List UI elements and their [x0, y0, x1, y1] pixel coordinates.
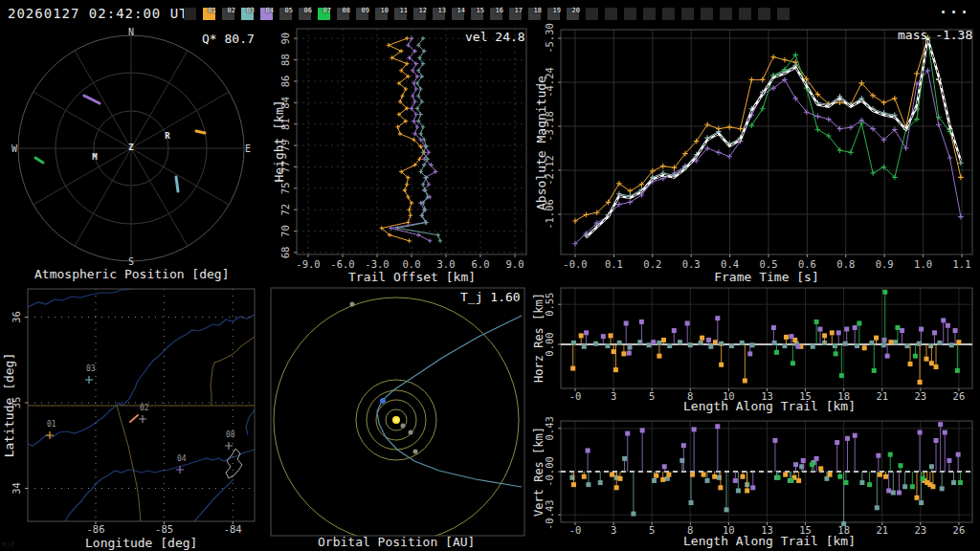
orbit-title: Orbital Position [AU] — [318, 535, 475, 549]
map-plot: 0102030408-86-85-84343536 — [11, 289, 255, 535]
svg-text:0.1: 0.1 — [605, 258, 623, 270]
svg-text:E: E — [245, 143, 251, 154]
vert-res-y-axis-title: Vert Res [km] — [532, 414, 546, 529]
svg-text:N: N — [128, 27, 134, 37]
svg-text:0.6: 0.6 — [798, 258, 816, 270]
svg-text:01: 01 — [47, 420, 56, 429]
trail-y-axis-title: Height [km] — [272, 84, 286, 199]
svg-text:-0: -0 — [569, 390, 582, 402]
svg-text:S: S — [128, 256, 134, 267]
svg-text:23: 23 — [914, 390, 926, 402]
svg-text:88: 88 — [279, 54, 291, 66]
svg-text:0.0: 0.0 — [403, 258, 421, 270]
svg-text:W: W — [11, 143, 18, 154]
svg-text:M: M — [92, 152, 98, 162]
svg-text:26: 26 — [953, 390, 966, 402]
svg-text:1.1: 1.1 — [953, 258, 971, 270]
orbit-stat-tj: T_j 1.60 — [460, 290, 521, 304]
svg-text:-6.0: -6.0 — [330, 258, 354, 270]
svg-text:34: 34 — [11, 482, 22, 495]
svg-text:-3.0: -3.0 — [365, 258, 389, 270]
polar-title: Atmospheric Position [deg] — [34, 267, 229, 281]
svg-text:3: 3 — [611, 524, 616, 536]
vert-res-plot: -0358101315182123260.43-0.00-0.43 — [544, 416, 972, 536]
svg-text:5: 5 — [649, 524, 655, 536]
svg-text:02: 02 — [140, 404, 149, 412]
svg-text:21: 21 — [876, 524, 888, 536]
svg-text:04: 04 — [177, 454, 187, 463]
svg-text:0.2: 0.2 — [643, 258, 661, 270]
polar-plot: NESWZRM — [11, 27, 251, 267]
map-station-02: 02 — [139, 404, 149, 423]
svg-text:6.0: 6.0 — [472, 258, 490, 270]
svg-text:1.0: 1.0 — [914, 258, 932, 270]
svg-text:23: 23 — [914, 524, 926, 536]
svg-text:3: 3 — [611, 390, 616, 402]
svg-text:26: 26 — [953, 524, 966, 536]
svg-text:0.4: 0.4 — [721, 258, 739, 270]
svg-text:08: 08 — [226, 430, 235, 439]
svg-text:5: 5 — [649, 390, 655, 402]
svg-text:70: 70 — [279, 225, 291, 237]
svg-text:0.8: 0.8 — [836, 258, 855, 270]
svg-text:36: 36 — [11, 311, 22, 323]
svg-text:-9.0: -9.0 — [296, 258, 320, 270]
map-station-03: 03 — [85, 364, 96, 384]
trail-offset-plot: -9.0-6.0-3.00.03.06.09.09088868481797775… — [279, 29, 526, 270]
svg-text:3.0: 3.0 — [437, 258, 456, 270]
trail-stat-vel: vel 24.8 — [465, 30, 525, 44]
svg-text:-0.0: -0.0 — [563, 258, 587, 270]
map-station-04: 04 — [176, 454, 187, 474]
svg-text:-85: -85 — [155, 523, 173, 535]
svg-text:-0: -0 — [569, 524, 582, 536]
map-station-08: 08 — [225, 430, 235, 450]
svg-text:-86: -86 — [87, 523, 105, 535]
watermark: mjd — [2, 540, 14, 548]
trail-x-axis-title: Trail Offset [km] — [348, 270, 476, 284]
svg-text:Z: Z — [128, 143, 134, 152]
svg-text:0.5: 0.5 — [760, 258, 778, 270]
svg-text:03: 03 — [86, 364, 96, 373]
svg-text:0.3: 0.3 — [682, 258, 701, 270]
magnitude-plot: -0.00.10.20.30.40.50.60.80.91.01.1-5.30-… — [544, 23, 972, 270]
mag-x-axis-title: Frame Time [s] — [714, 270, 819, 284]
svg-text:-84: -84 — [224, 523, 242, 535]
svg-text:21: 21 — [876, 390, 888, 402]
mag-stat-mass: mass -1.38 — [898, 28, 972, 42]
mag-y-axis-title: Absolute Magnitude — [534, 67, 548, 220]
svg-text:90: 90 — [279, 33, 291, 45]
svg-text:68: 68 — [279, 247, 291, 259]
svg-text:72: 72 — [279, 204, 291, 216]
polar-stat-q: Q* 80.7 — [202, 32, 255, 46]
svg-text:0.9: 0.9 — [876, 258, 894, 270]
svg-text:-5.30: -5.30 — [544, 23, 555, 54]
svg-text:9.0: 9.0 — [506, 258, 524, 270]
horz-res-y-axis-title: Horz Res [km] — [532, 280, 546, 395]
map-y-axis-title: Latitude [deg] — [2, 348, 16, 463]
orbit-plot — [271, 288, 524, 542]
horz-res-plot: -0358101315182123260.550.00 — [544, 288, 972, 402]
svg-text:R: R — [165, 131, 170, 141]
map-x-axis-title: Longitude [deg] — [85, 536, 197, 550]
meteor-dashboard: 20260127 02:42:00 UTC 010203040506070809… — [0, 0, 980, 551]
horz-res-x-axis-title: Length Along Trail [km] — [683, 399, 848, 413]
vert-res-x-axis-title: Length Along Trail [km] — [683, 534, 848, 548]
